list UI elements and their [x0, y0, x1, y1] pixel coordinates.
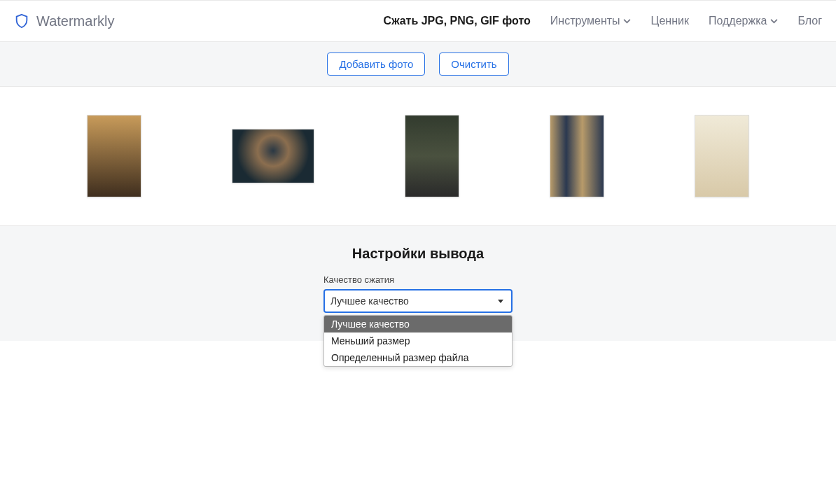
quality-option-best[interactable]: Лучшее качество: [324, 316, 512, 332]
quality-setting-group: Качество сжатия Лучшее качество Лучшее к…: [323, 274, 513, 313]
chevron-down-icon: [769, 17, 778, 25]
shield-icon: [14, 13, 29, 29]
action-toolbar: Добавить фото Очистить: [0, 42, 836, 87]
quality-selected-value: Лучшее качество: [330, 295, 409, 307]
main-nav: Сжать JPG, PNG, GIF фото Инструменты Цен…: [383, 15, 822, 27]
brand-logo[interactable]: Watermarkly: [14, 13, 114, 29]
quality-label: Качество сжатия: [323, 274, 513, 285]
quality-option-smaller[interactable]: Меньший размер: [324, 332, 512, 349]
nav-blog[interactable]: Блог: [797, 15, 822, 27]
quality-dropdown: Лучшее качество Меньший размер Определен…: [323, 315, 513, 367]
thumbnail-photo-3[interactable]: [405, 115, 459, 197]
app-header: Watermarkly Сжать JPG, PNG, GIF фото Инс…: [0, 0, 836, 42]
output-settings-title: Настройки вывода: [352, 246, 484, 262]
thumbnail-grid: [0, 87, 836, 225]
nav-support-label: Поддержка: [709, 15, 767, 27]
nav-active-tool[interactable]: Сжать JPG, PNG, GIF фото: [383, 15, 530, 27]
quality-select[interactable]: Лучшее качество: [323, 289, 513, 313]
thumbnail-photo-4[interactable]: [550, 115, 604, 197]
thumbnail-photo-5[interactable]: [695, 115, 749, 197]
nav-support[interactable]: Поддержка: [709, 15, 778, 27]
thumbnail-photo-2[interactable]: [232, 129, 314, 183]
brand-name: Watermarkly: [36, 13, 114, 29]
chevron-down-icon: [623, 17, 632, 25]
quality-option-specific-size[interactable]: Определенный размер файла: [324, 349, 512, 366]
nav-pricing[interactable]: Ценник: [651, 15, 689, 27]
clear-button[interactable]: Очистить: [439, 52, 508, 76]
add-photo-button[interactable]: Добавить фото: [327, 52, 425, 76]
thumbnail-photo-1[interactable]: [87, 115, 141, 197]
nav-tools-label: Инструменты: [550, 15, 620, 27]
nav-tools[interactable]: Инструменты: [550, 15, 632, 27]
output-settings-panel: Настройки вывода Качество сжатия Лучшее …: [0, 225, 836, 341]
dropdown-arrow-icon: [498, 300, 503, 303]
